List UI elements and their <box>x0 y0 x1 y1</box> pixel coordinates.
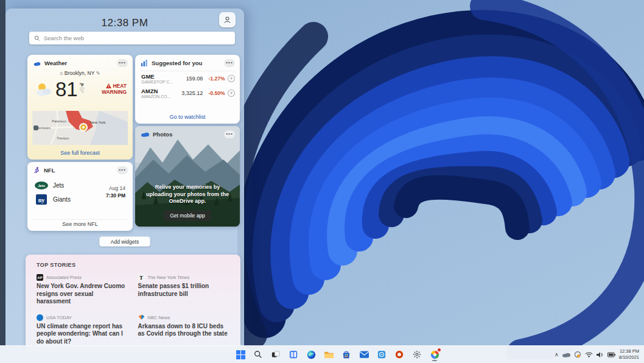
weather-widget[interactable]: Weather ••• ⌂ Brooklyn, NY ✎ 81 °F °C HE… <box>27 55 133 160</box>
unit-celsius[interactable]: °C <box>80 88 85 93</box>
add-to-watchlist-button[interactable]: + <box>228 75 235 82</box>
weather-cloud-icon <box>33 60 41 66</box>
stock-price: 159.08 <box>177 76 203 82</box>
update-status-icon[interactable] <box>574 351 581 358</box>
mail-button[interactable] <box>357 348 371 361</box>
task-view-button[interactable] <box>269 348 282 361</box>
weather-alert-map[interactable]: Paterson Allentown Trenton New York <box>32 111 128 145</box>
giants-logo: ny <box>35 194 48 205</box>
see-more-nfl-link[interactable]: See more NFL <box>27 221 133 227</box>
weather-location: Brooklyn, NY <box>65 70 94 76</box>
news-source: Associated Press <box>46 275 82 280</box>
battery-icon[interactable] <box>607 352 615 358</box>
teams-icon <box>377 350 386 359</box>
add-to-watchlist-button[interactable]: + <box>228 90 235 97</box>
warning-triangle-icon <box>106 83 111 88</box>
news-source: The New York Times <box>148 275 190 280</box>
stocks-widget[interactable]: Suggested for you ••• GME GAMESTOP C... … <box>135 55 240 124</box>
stock-row-amzn[interactable]: AMZN AMAZON.CO... 3,325.12 -0.50% + <box>135 86 240 100</box>
unit-fahrenheit[interactable]: °F <box>80 83 85 88</box>
jets-logo: Jets <box>35 182 48 189</box>
screen-left-edge <box>0 0 5 345</box>
system-tray: ∧ 12:38 PM 8/10/2021 <box>555 348 639 361</box>
search-icon <box>34 35 40 41</box>
panel-clock: 12:38 PM <box>5 17 244 29</box>
store-icon <box>342 350 351 359</box>
tray-time: 12:38 PM <box>619 348 639 354</box>
go-to-watchlist-link[interactable]: Go to watchlist <box>135 114 240 120</box>
stock-symbol: GME <box>141 73 177 80</box>
office-button[interactable] <box>393 348 406 361</box>
news-headline: Arkansas down to 8 ICU beds as Covid rip… <box>138 323 230 338</box>
stocks-title: Suggested for you <box>152 60 220 66</box>
partly-sunny-icon <box>35 82 53 97</box>
heat-warning-badge[interactable]: HEAT WARNING <box>102 83 127 96</box>
onedrive-tray-icon[interactable] <box>562 352 570 358</box>
alert-line2: WARNING <box>102 89 127 95</box>
get-mobile-app-button[interactable]: Get mobile app <box>164 210 211 221</box>
add-widgets-button[interactable]: Add widgets <box>99 236 150 247</box>
news-item[interactable]: AP Associated Press New York Gov. Andrew… <box>37 274 128 306</box>
file-explorer-icon <box>324 351 334 359</box>
map-label-trenton: Trenton <box>57 136 69 140</box>
weather-menu-button[interactable]: ••• <box>117 59 128 67</box>
browser-with-notification-button[interactable] <box>428 348 441 361</box>
edge-icon <box>307 350 316 359</box>
nfl-menu-button[interactable]: ••• <box>117 166 128 174</box>
photos-title: Photos <box>153 131 220 138</box>
stock-company: AMAZON.CO... <box>141 94 177 99</box>
search-icon <box>254 350 262 359</box>
file-explorer-button[interactable] <box>322 348 335 361</box>
weather-location-row[interactable]: ⌂ Brooklyn, NY ✎ <box>27 70 133 76</box>
svg-text:ny: ny <box>38 197 45 203</box>
edit-location-icon[interactable]: ✎ <box>96 70 100 76</box>
ap-logo-icon: AP <box>37 274 43 281</box>
stocks-menu-button[interactable]: ••• <box>224 59 235 67</box>
stock-change: -0.50% <box>203 90 225 96</box>
microsoft-store-button[interactable] <box>340 348 353 361</box>
nyt-logo-icon: T <box>138 274 145 281</box>
volume-icon[interactable] <box>597 351 604 358</box>
start-button[interactable] <box>234 348 247 361</box>
user-avatar-icon <box>223 16 231 24</box>
edge-browser-button[interactable] <box>304 348 318 361</box>
stock-company: GAMESTOP C... <box>141 80 177 84</box>
see-full-forecast-link[interactable]: See full forecast <box>27 150 133 156</box>
photos-widget[interactable]: Photos ••• Relive your memories by uploa… <box>135 126 240 227</box>
news-item[interactable]: NBC News Arkansas down to 8 ICU beds as … <box>138 314 230 346</box>
home-icon: ⌂ <box>60 70 65 76</box>
nfl-team-name: Jets <box>53 182 64 189</box>
weather-title: Weather <box>44 60 113 66</box>
nfl-game-date: Aug 14 <box>106 185 125 192</box>
stocks-chart-icon <box>141 60 148 66</box>
teams-button[interactable] <box>375 348 388 361</box>
news-item[interactable]: T The New York Times Senate passes $1 tr… <box>138 274 230 306</box>
profile-button[interactable] <box>219 12 236 27</box>
notification-badge <box>437 348 441 352</box>
windows-logo-icon <box>236 350 245 359</box>
web-search-bar[interactable] <box>29 32 235 44</box>
map-label-allentown: Allentown <box>35 126 51 130</box>
photos-message: Relive your memories by uploading your p… <box>141 184 234 205</box>
news-source: USA TODAY <box>46 315 72 320</box>
news-item[interactable]: USA TODAY UN climate change report has p… <box>37 314 128 346</box>
settings-button[interactable] <box>410 348 424 361</box>
search-input[interactable] <box>44 35 230 41</box>
nfl-title: NFL <box>44 167 113 174</box>
stock-price: 3,325.12 <box>177 90 203 96</box>
widgets-icon <box>289 350 298 359</box>
widgets-button[interactable] <box>287 348 300 361</box>
search-taskbar-button[interactable] <box>251 348 265 361</box>
photos-menu-button[interactable]: ••• <box>224 130 235 138</box>
mail-icon <box>360 351 369 358</box>
tray-clock[interactable]: 12:38 PM 8/10/2021 <box>619 348 639 361</box>
news-headline: New York Gov. Andrew Cuomo resigns over … <box>37 283 128 306</box>
wifi-icon[interactable] <box>585 351 593 358</box>
office-icon <box>395 350 404 359</box>
news-headline: Senate passes $1 trillion infrastructure… <box>138 283 230 298</box>
nfl-widget[interactable]: NFL ••• Jets Jets ny Giants Aug 14 7:30 <box>27 162 133 231</box>
windows-bloom-wallpaper-art <box>237 0 644 359</box>
alert-line1: HEAT <box>113 83 127 89</box>
hidden-icons-chevron[interactable]: ∧ <box>555 351 559 358</box>
stock-row-gme[interactable]: GME GAMESTOP C... 159.08 -1.27% + <box>135 71 240 86</box>
